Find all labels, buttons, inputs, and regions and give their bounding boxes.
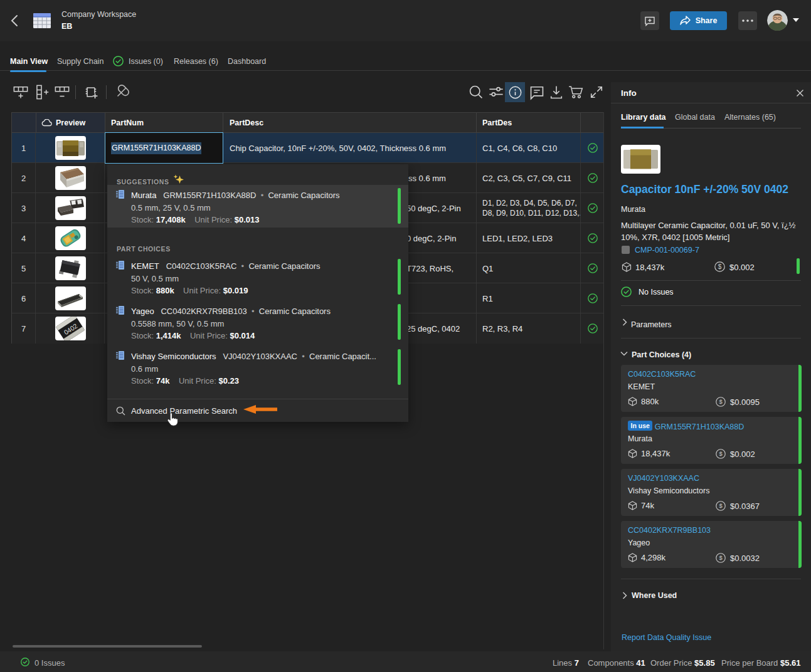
svg-text:$: $ <box>718 263 722 270</box>
svg-text:$: $ <box>719 554 723 561</box>
svg-text:$: $ <box>719 398 723 405</box>
svg-text:$: $ <box>719 502 723 509</box>
svg-text:$: $ <box>719 450 723 457</box>
